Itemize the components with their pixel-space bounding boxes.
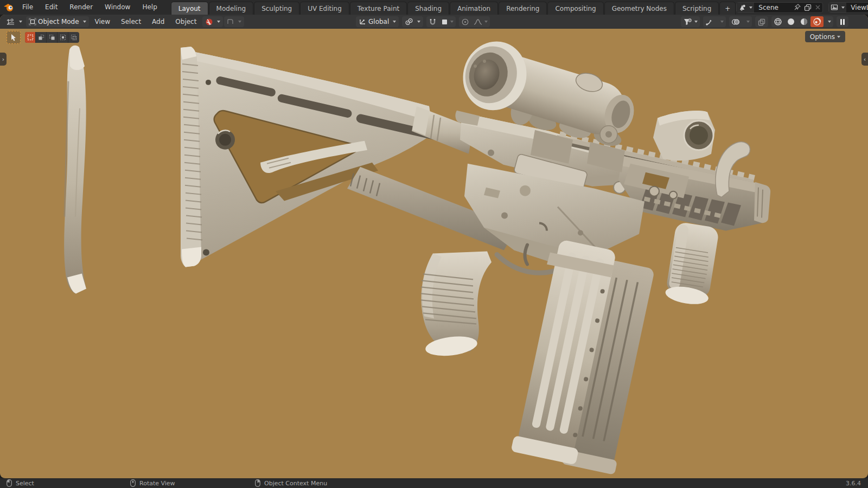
wire-sphere-icon	[774, 17, 782, 26]
material-sphere-icon	[800, 17, 808, 26]
tab-shading[interactable]: Shading	[407, 2, 449, 15]
pause-icon	[840, 18, 845, 25]
show-object-types-dropdown[interactable]	[681, 16, 700, 27]
scene-browse-button[interactable]	[737, 3, 754, 12]
menu-edit[interactable]: Edit	[39, 0, 63, 15]
gizmo-arrow-icon	[705, 18, 714, 26]
menu-window[interactable]: Window	[99, 0, 136, 15]
snap-toggle[interactable]	[426, 16, 439, 27]
select-extend-icon	[38, 34, 44, 41]
object-rifle[interactable]	[181, 34, 770, 475]
new-scene-button[interactable]	[802, 3, 813, 12]
editor-type-dropdown[interactable]	[3, 16, 25, 27]
rendered-scene	[0, 29, 868, 478]
gizmo-settings-dropdown[interactable]	[716, 16, 726, 27]
shading-wireframe-button[interactable]	[771, 16, 784, 27]
transform-orientation-dropdown[interactable]: Global	[356, 16, 399, 27]
select-intersect-icon	[71, 34, 77, 41]
circle-dot-icon	[461, 18, 469, 26]
snap-settings-dropdown[interactable]	[439, 16, 456, 27]
viewlayer-name[interactable]: ViewLayer	[846, 4, 868, 11]
shading-rendered-button[interactable]	[810, 16, 824, 27]
select-mode-subtract[interactable]	[47, 32, 58, 43]
tab-layout[interactable]: Layout	[171, 2, 208, 15]
blender-version: 3.6.4	[846, 478, 861, 488]
select-mode-invert[interactable]	[58, 32, 68, 43]
menu-render[interactable]: Render	[63, 0, 99, 15]
select-mode-extend[interactable]	[36, 32, 47, 43]
pin-scene-button[interactable]	[792, 3, 802, 12]
menu-file[interactable]: File	[16, 0, 39, 15]
xray-toggle[interactable]	[755, 16, 768, 27]
chevron-down-icon	[749, 7, 752, 9]
shading-settings-dropdown[interactable]	[824, 16, 833, 27]
overlapping-squares-icon	[757, 18, 766, 26]
tab-modeling[interactable]: Modeling	[209, 2, 254, 15]
sidebar-expand-arrow[interactable]: ‹	[861, 53, 868, 66]
tab-sculpting[interactable]: Sculpting	[254, 2, 299, 15]
select-mode-set[interactable]	[25, 32, 36, 43]
mode-dropdown[interactable]: Object Mode	[26, 16, 89, 27]
increment-square-icon	[441, 18, 448, 25]
viewlayer-icon	[831, 4, 839, 11]
proportional-editing-toggle[interactable]	[459, 16, 471, 27]
object-curved-strip[interactable]	[64, 46, 86, 294]
mouse-mmb-icon	[130, 479, 136, 487]
chevron-down-icon	[694, 21, 698, 23]
falloff-dropdown[interactable]	[224, 16, 244, 27]
viewport-header-right	[681, 16, 848, 27]
overlays-settings-dropdown[interactable]	[742, 16, 752, 27]
overlays-group	[729, 16, 752, 27]
orientation-label: Global	[368, 18, 389, 25]
scene-name[interactable]: Scene	[754, 4, 792, 11]
shading-mode-group	[771, 16, 833, 27]
blender-logo-icon[interactable]	[3, 2, 14, 13]
proportional-falloff-dropdown[interactable]	[471, 16, 490, 27]
tab-animation[interactable]: Animation	[450, 2, 498, 15]
tab-uv-editing[interactable]: UV Editing	[300, 2, 349, 15]
chevron-down-icon	[450, 21, 454, 23]
viewport-3d: Object Mode View Select Add Object	[0, 15, 868, 478]
active-tool-select-box[interactable]	[7, 31, 21, 44]
menu-object[interactable]: Object	[170, 18, 201, 25]
tool-options-button[interactable]: Options	[805, 31, 845, 42]
menu-add[interactable]: Add	[147, 18, 169, 25]
render-sphere-icon	[813, 17, 821, 26]
pivot-point-dropdown[interactable]	[402, 16, 423, 27]
toolbar-expand-arrow[interactable]: ›	[0, 53, 7, 66]
show-gizmo-toggle[interactable]	[703, 16, 716, 27]
menu-view[interactable]: View	[90, 18, 115, 25]
viewport-header: Object Mode View Select Add Object	[0, 15, 868, 29]
pause-render-button[interactable]	[837, 16, 848, 27]
pivot-point-icon	[405, 18, 413, 26]
overlapping-circles-icon	[731, 18, 740, 26]
chevron-down-icon	[217, 21, 220, 23]
viewport-canvas[interactable]: Options › ‹	[0, 29, 868, 478]
add-workspace-button[interactable]: +	[719, 2, 736, 15]
select-mode-intersect[interactable]	[68, 32, 79, 43]
shading-material-button[interactable]	[797, 16, 810, 27]
tab-rendering[interactable]: Rendering	[499, 2, 547, 15]
object-visibility-group	[681, 16, 700, 27]
tab-compositing[interactable]: Compositing	[547, 2, 603, 15]
tab-geometry-nodes[interactable]: Geometry Nodes	[604, 2, 674, 15]
menu-help[interactable]: Help	[136, 0, 163, 15]
viewlayer-selector: ViewLayer	[828, 2, 868, 13]
status-context-menu-hint: Object Context Menu	[255, 478, 327, 488]
delete-scene-button[interactable]	[813, 3, 822, 12]
select-set-icon	[27, 34, 34, 41]
shading-solid-button[interactable]	[784, 16, 797, 27]
chevron-down-icon	[484, 21, 488, 23]
tab-texture-paint[interactable]: Texture Paint	[350, 2, 407, 15]
select-subtract-icon	[49, 34, 55, 41]
show-overlays-toggle[interactable]	[729, 16, 742, 27]
red-matcap-sphere-icon	[205, 18, 213, 26]
solid-sphere-icon	[787, 17, 795, 26]
viewlayer-browse-button[interactable]	[829, 3, 846, 12]
status-rotate-hint: Rotate View	[130, 478, 175, 488]
brush-preview-dropdown[interactable]	[202, 16, 223, 27]
transform-axes-icon	[359, 18, 367, 25]
menu-select[interactable]: Select	[116, 18, 146, 25]
workspace-tabs: Layout Modeling Sculpting UV Editing Tex…	[171, 0, 737, 15]
tab-scripting[interactable]: Scripting	[675, 2, 719, 15]
